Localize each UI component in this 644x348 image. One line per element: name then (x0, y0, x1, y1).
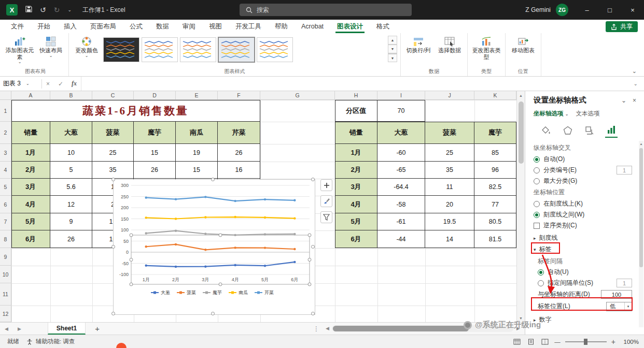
y-tick-label[interactable]: 150 (121, 216, 129, 222)
y-tick-label[interactable]: -50 (122, 261, 129, 266)
row-header-6[interactable]: 6 (0, 196, 11, 213)
radio-auto-interval[interactable]: 自动(U) (534, 267, 632, 277)
zoom-in-icon[interactable]: + (611, 338, 615, 346)
series-line-1[interactable] (146, 244, 295, 250)
x-tick-label[interactable]: 1月 (143, 277, 150, 282)
right-table-header[interactable]: 菠菜 (425, 122, 474, 144)
tab-text-options[interactable]: 文本选项 (576, 110, 599, 118)
chart-selection-handle[interactable] (211, 178, 215, 181)
month-cell[interactable]: 6月 (335, 230, 377, 248)
ribbon-tab-9[interactable]: 帮助 (268, 20, 295, 33)
y-tick-label[interactable]: 100 (121, 227, 129, 233)
sheet-nav-left-icon[interactable]: ◀ (0, 326, 13, 331)
legend-label[interactable]: 魔芋 (213, 290, 222, 295)
ribbon-tab-8[interactable]: 开发工具 (229, 20, 268, 33)
data-cell[interactable]: 82.5 (474, 179, 516, 196)
left-table-header[interactable]: 销量 (11, 122, 50, 144)
series-line-3[interactable] (146, 217, 295, 219)
data-cell[interactable]: 26 (134, 162, 176, 179)
axis-options-icon[interactable] (605, 123, 618, 138)
radio-automatic[interactable]: 自动(O) (534, 154, 632, 164)
gallery-more-icon[interactable]: ▼ (388, 53, 397, 62)
insert-function-icon[interactable]: fx (67, 80, 81, 88)
vertical-scroll-thumb[interactable] (519, 102, 524, 164)
gallery-up-icon[interactable]: ▲ (388, 36, 397, 45)
left-table-header[interactable]: 菠菜 (92, 122, 134, 144)
left-table-header[interactable]: 魔芋 (134, 122, 176, 144)
month-cell[interactable]: 2月 (335, 162, 377, 179)
data-cell[interactable]: 20 (425, 196, 474, 213)
hscroll-left-icon[interactable]: ◀ (326, 326, 329, 331)
change-colors-button[interactable]: 更改颜色 ⌄ (72, 34, 101, 57)
expand-formula-bar-icon[interactable]: ⌄ (627, 81, 644, 86)
radio-specify-interval[interactable]: 指定间隔单位(S) (534, 278, 632, 288)
row-header-11[interactable]: 11 (0, 283, 11, 306)
switch-row-column-button[interactable]: 切换行/列 (404, 34, 433, 54)
chart-selection-handle[interactable] (311, 245, 315, 249)
change-chart-type-button[interactable]: 更改图表类型 (471, 34, 502, 60)
left-table-header[interactable]: 大葱 (50, 122, 92, 144)
radio-maximum-category[interactable]: 最大分类(G) (534, 176, 632, 186)
select-all-corner[interactable] (0, 91, 11, 100)
interval-unit-input[interactable] (617, 279, 632, 287)
month-cell[interactable]: 3月 (11, 179, 50, 196)
row-header-2[interactable]: 2 (0, 122, 11, 144)
data-cell[interactable]: -64.4 (377, 179, 425, 196)
series-line-4[interactable] (146, 197, 295, 201)
chart-styles-button[interactable] (320, 195, 332, 207)
data-cell[interactable]: 16 (218, 162, 260, 179)
y-tick-label[interactable]: 250 (121, 194, 129, 199)
legend-label[interactable]: 南瓜 (239, 290, 248, 295)
radio-category-number[interactable]: 分类编号(E) (534, 165, 632, 175)
ribbon-tab-1[interactable]: 开始 (31, 20, 57, 33)
y-tick-label[interactable]: -100 (119, 272, 129, 277)
chart-style-thumbnail-5[interactable] (257, 37, 293, 62)
month-cell[interactable]: 1月 (335, 144, 377, 162)
label-position-dropdown[interactable]: 低▾ (606, 302, 632, 311)
section-number[interactable]: ▸数字 (534, 315, 632, 325)
minimize-button[interactable]: – (576, 0, 598, 20)
redo-icon[interactable]: ↻ (54, 6, 60, 14)
chart-style-thumbnail-2[interactable] (142, 37, 178, 62)
legend-label[interactable]: 大葱 (161, 290, 170, 295)
add-chart-element-button[interactable]: 添加图表元素 ⌄ (5, 34, 34, 64)
data-cell[interactable]: 10 (50, 144, 92, 162)
column-header-F[interactable]: F (218, 91, 260, 100)
partition-label-cell[interactable]: 分区值 (335, 100, 377, 122)
ribbon-tab-12[interactable]: 格式 (370, 20, 396, 33)
axis-selection-handle[interactable] (308, 258, 311, 262)
column-header-H[interactable]: H (335, 91, 377, 100)
chart-selection-handle[interactable] (311, 312, 315, 315)
close-button[interactable]: × (621, 0, 644, 20)
data-cell[interactable]: -60 (377, 144, 425, 162)
chart-selection-handle[interactable] (111, 312, 115, 315)
effects-icon[interactable] (562, 123, 574, 138)
section-tick-marks[interactable]: ▸刻度线 (534, 233, 632, 243)
enter-icon[interactable]: ✓ (54, 80, 67, 88)
ribbon-tab-3[interactable]: 页面布局 (83, 20, 123, 33)
tab-axis-options[interactable]: 坐标轴选项 ⌄ (534, 110, 568, 118)
x-tick-label[interactable]: 3月 (202, 277, 209, 282)
chart-style-thumbnail-4[interactable] (218, 37, 255, 62)
collapse-ribbon-icon[interactable]: ⌄ (632, 68, 637, 75)
chart[interactable]: 300250200150100500-50-1001月2月3月4月5月6月大葱菠… (113, 179, 315, 315)
normal-view-icon[interactable] (512, 338, 522, 346)
data-cell[interactable]: 81.5 (474, 230, 516, 248)
axis-selection-handle[interactable] (308, 283, 311, 286)
user-name[interactable]: Z Gemini (525, 6, 551, 13)
ribbon-tab-10[interactable]: Acrobat (295, 20, 330, 33)
data-cell[interactable]: -65 (377, 162, 425, 179)
ribbon-tab-0[interactable]: 文件 (4, 20, 31, 33)
column-header-J[interactable]: J (425, 91, 474, 100)
ribbon-tab-2[interactable]: 插入 (57, 20, 83, 33)
section-labels[interactable]: ▾标签 (534, 244, 632, 254)
x-tick-label[interactable]: 4月 (232, 277, 239, 282)
row-header-1[interactable]: 1 (0, 100, 11, 122)
month-cell[interactable]: 6月 (11, 230, 50, 248)
spreadsheet-grid[interactable]: ABCDEFGHIJK123456789101112蔬菜1-6月销售数量分区值7… (0, 91, 516, 322)
maximize-button[interactable]: □ (598, 0, 621, 20)
save-icon[interactable] (25, 6, 32, 14)
axis-selection-handle[interactable] (130, 283, 133, 286)
gallery-down-icon[interactable]: ▼ (388, 45, 397, 53)
add-sheet-button[interactable]: + (86, 324, 109, 333)
